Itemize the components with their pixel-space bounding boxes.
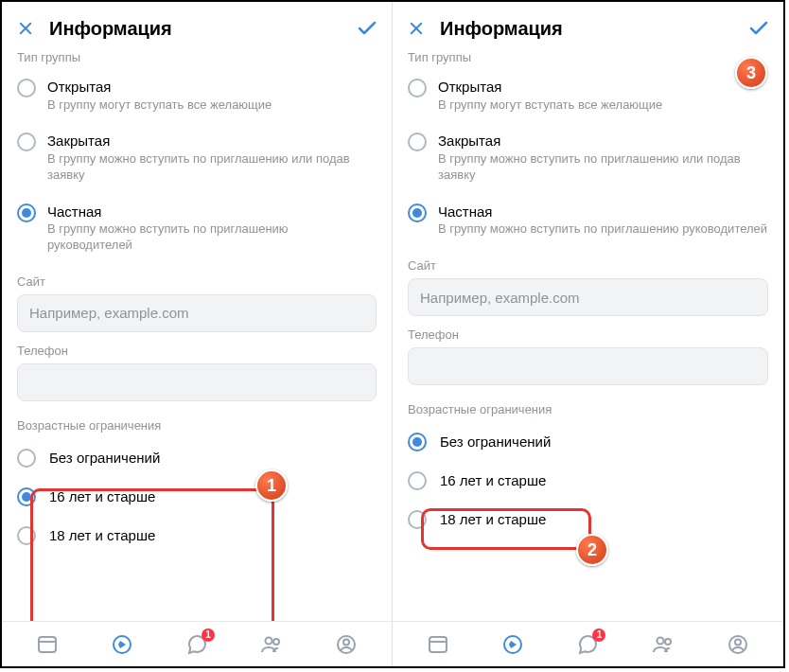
group-type-open[interactable]: Открытая В группу могут вступать все жел… — [2, 68, 392, 122]
phone-label: Телефон — [408, 327, 768, 342]
tab-news-icon[interactable] — [426, 632, 450, 657]
radio-icon-selected — [17, 487, 36, 506]
radio-icon-selected — [408, 433, 427, 451]
age-label: Возрастные ограничения — [408, 402, 768, 416]
radio-icon-selected — [17, 203, 36, 222]
svg-point-17 — [665, 639, 671, 645]
tab-profile-icon[interactable] — [334, 632, 359, 657]
phone-field-block: Телефон — [393, 327, 783, 385]
age-option-16[interactable]: 16 лет и старше — [17, 477, 377, 516]
page-title: Информация — [49, 18, 354, 40]
group-type-closed[interactable]: Закрытая В группу можно вступить по приг… — [2, 122, 392, 192]
svg-rect-12 — [430, 637, 447, 652]
panel-left: Информация Тип группы Открытая В группу … — [2, 2, 393, 666]
radio-icon — [408, 79, 427, 97]
site-label: Сайт — [17, 274, 377, 289]
site-label: Сайт — [408, 258, 768, 273]
radio-title: Закрытая — [438, 132, 768, 150]
tab-discover-icon[interactable] — [110, 632, 134, 657]
radio-desc: В группу можно вступить по приглашению р… — [47, 221, 377, 254]
svg-point-19 — [735, 639, 741, 645]
radio-title: Частная — [438, 203, 767, 221]
site-input[interactable] — [408, 278, 768, 316]
close-icon[interactable] — [15, 18, 36, 39]
radio-icon — [408, 471, 427, 490]
age-option-none[interactable]: Без ограничений — [408, 422, 768, 461]
site-field-block: Сайт — [393, 258, 783, 316]
tab-messages-icon[interactable]: 1 — [575, 632, 600, 657]
age-option-18[interactable]: 18 лет и старше — [17, 516, 377, 555]
svg-marker-15 — [509, 641, 517, 648]
tab-friends-icon[interactable] — [259, 632, 284, 657]
age-section: Возрастные ограничения Без ограничений 1… — [2, 418, 392, 555]
svg-point-9 — [343, 639, 349, 645]
panel-right: Информация Тип группы Открытая В группу … — [393, 2, 783, 666]
age-option-label: Без ограничений — [49, 450, 160, 466]
confirm-check-icon[interactable] — [354, 15, 380, 42]
phone-input[interactable] — [17, 363, 377, 401]
age-option-none[interactable]: Без ограничений — [17, 438, 377, 477]
age-option-label: 18 лет и старше — [49, 527, 155, 543]
tabbar: 1 — [2, 621, 392, 666]
header: Информация — [393, 2, 783, 53]
radio-title: Открытая — [438, 78, 662, 97]
tab-profile-icon[interactable] — [726, 632, 750, 657]
content-left: Тип группы Открытая В группу могут вступ… — [2, 53, 392, 621]
tabbar: 1 — [393, 621, 783, 666]
svg-point-6 — [266, 637, 272, 644]
radio-desc: В группу могут вступать все желающие — [47, 97, 272, 114]
group-type-open[interactable]: Открытая В группу могут вступать все жел… — [393, 68, 783, 122]
radio-icon — [17, 449, 36, 468]
site-input[interactable] — [17, 294, 377, 332]
group-type-private[interactable]: Частная В группу можно вступить по пригл… — [393, 193, 783, 247]
radio-icon — [17, 79, 36, 97]
tab-news-icon[interactable] — [35, 632, 60, 657]
phone-input[interactable] — [408, 347, 768, 385]
radio-icon — [17, 133, 36, 151]
messages-badge: 1 — [592, 628, 605, 642]
radio-title: Закрытая — [47, 132, 377, 150]
age-option-label: 16 лет и старше — [49, 488, 155, 504]
tab-messages-icon[interactable]: 1 — [184, 632, 209, 657]
group-type-closed[interactable]: Закрытая В группу можно вступить по приг… — [393, 122, 783, 192]
svg-point-16 — [657, 637, 663, 644]
age-option-16[interactable]: 16 лет и старше — [408, 461, 768, 500]
age-option-18[interactable]: 18 лет и старше — [408, 500, 768, 539]
confirm-check-icon[interactable] — [745, 15, 772, 42]
age-option-label: Без ограничений — [440, 433, 551, 450]
svg-rect-2 — [39, 637, 56, 652]
radio-desc: В группу можно вступить по приглашению р… — [438, 221, 767, 238]
tab-discover-icon[interactable] — [500, 632, 525, 657]
radio-icon-selected — [408, 203, 427, 222]
svg-point-7 — [273, 639, 279, 645]
site-field-block: Сайт — [2, 274, 392, 332]
radio-title: Частная — [47, 203, 377, 221]
group-type-label: Тип группы — [393, 53, 783, 68]
header: Информация — [2, 2, 392, 53]
group-type-private[interactable]: Частная В группу можно вступить по пригл… — [2, 193, 392, 263]
radio-title: Открытая — [47, 78, 272, 97]
messages-badge: 1 — [202, 628, 215, 642]
age-option-label: 18 лет и старше — [440, 511, 546, 527]
age-section: Возрастные ограничения Без ограничений 1… — [393, 402, 783, 539]
age-label: Возрастные ограничения — [17, 418, 377, 433]
content-right: Тип группы Открытая В группу могут вступ… — [393, 53, 783, 621]
radio-icon — [408, 510, 427, 529]
radio-desc: В группу можно вступить по приглашению и… — [47, 151, 377, 184]
group-type-label: Тип группы — [2, 53, 392, 68]
age-option-label: 16 лет и старше — [440, 472, 546, 488]
tab-friends-icon[interactable] — [651, 632, 675, 657]
svg-marker-5 — [118, 641, 126, 648]
radio-desc: В группу могут вступать все желающие — [438, 97, 662, 114]
phone-label: Телефон — [17, 344, 377, 358]
radio-icon — [17, 526, 36, 545]
phone-field-block: Телефон — [2, 344, 392, 401]
page-title: Информация — [440, 18, 745, 40]
close-icon[interactable] — [406, 18, 427, 39]
radio-icon — [408, 133, 427, 151]
radio-desc: В группу можно вступить по приглашению и… — [438, 151, 768, 184]
